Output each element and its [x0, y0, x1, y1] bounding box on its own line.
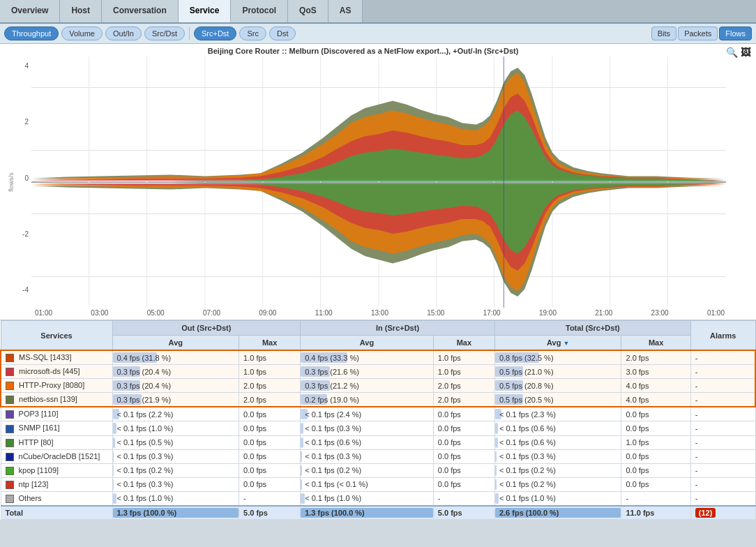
service-name-cell[interactable]: MS-SQL [1433] [1, 350, 112, 365]
tab-conversation[interactable]: Conversation [102, 0, 179, 22]
service-name-cell[interactable]: HTTP [80] [1, 435, 112, 449]
out-avg-cell: < 0.1 fps (1.0 %) [112, 421, 239, 435]
col-in-header: In (Src+Dst) [301, 321, 495, 336]
in-avg-cell: 0.3 fps (21.2 %) [301, 379, 434, 393]
service-color-swatch [6, 425, 14, 433]
btn-flows[interactable]: Flows [719, 27, 752, 40]
col-out-avg: Avg [112, 336, 239, 351]
service-name-cell[interactable]: nCube/OracleDB [1521] [1, 449, 112, 463]
btn-srcdst[interactable]: Src/Dst [144, 27, 185, 40]
tab-service[interactable]: Service [179, 0, 232, 22]
service-name-cell[interactable]: ntp [123] [1, 477, 112, 491]
in-max-cell: 1.0 fps [433, 365, 494, 379]
service-color-swatch [6, 382, 14, 390]
btn-srcdst2[interactable]: Src+Dst [194, 27, 236, 40]
total-avg-value: < 0.1 fps (0.3 %) [499, 452, 556, 460]
out-avg-value: < 0.1 fps (0.3 %) [117, 452, 174, 460]
btn-src[interactable]: Src [239, 27, 266, 40]
service-color-swatch [6, 439, 14, 447]
magnifier-icon[interactable]: 🔍 🖼 [726, 47, 750, 58]
out-max-cell: 1.0 fps [239, 350, 301, 365]
total-total-max-cell: 11.0 fps [621, 506, 690, 520]
service-label: nCube/OracleDB [1521] [19, 452, 100, 460]
tab-qos[interactable]: QoS [288, 0, 328, 22]
btn-throughput[interactable]: Throughput [4, 27, 59, 40]
out-avg-value: 0.3 fps (20.4 %) [117, 382, 172, 390]
out-avg-value: 0.3 fps (20.4 %) [117, 368, 172, 376]
in-avg-cell: < 0.1 fps (< 0.1 %) [301, 477, 434, 491]
chart-container: Beijing Core Router :: Melburn (Discover… [0, 44, 756, 320]
table-row: HTTP [80] < 0.1 fps (0.5 %) 0.0 fps < 0.… [1, 435, 755, 449]
out-avg-value: < 0.1 fps (1.0 %) [117, 424, 174, 433]
total-avg-value: < 0.1 fps (2.3 %) [499, 410, 556, 419]
total-avg-cell: < 0.1 fps (0.2 %) [494, 477, 621, 491]
col-services: Services [1, 321, 112, 351]
service-name-cell[interactable]: HTTP-Proxy [8080] [1, 379, 112, 393]
btn-outin[interactable]: Out/In [105, 27, 142, 40]
alarm-cell: - [690, 421, 755, 435]
total-label: Total [6, 509, 23, 517]
total-out-avg-value: 1.3 fps (100.0 %) [117, 509, 177, 517]
in-avg-value: < 0.1 fps (0.6 %) [305, 438, 361, 447]
service-name-cell[interactable]: SNMP [161] [1, 421, 112, 435]
out-avg-value: < 0.1 fps (0.3 %) [117, 480, 174, 488]
btn-bits[interactable]: Bits [651, 27, 676, 40]
col-total-avg[interactable]: Avg ▼ [494, 336, 621, 351]
service-name-cell[interactable]: netbios-ssn [139] [1, 393, 112, 407]
service-name-cell[interactable]: microsoft-ds [445] [1, 365, 112, 379]
total-max-cell: 4.0 fps [621, 379, 690, 393]
table-row: microsoft-ds [445] 0.3 fps (20.4 %) 1.0 … [1, 365, 755, 379]
table-row: HTTP-Proxy [8080] 0.3 fps (20.4 %) 2.0 f… [1, 379, 755, 393]
tab-overview[interactable]: Overview [0, 0, 60, 22]
in-max-cell: 0.0 fps [433, 477, 494, 491]
in-avg-cell: < 0.1 fps (0.2 %) [301, 463, 434, 477]
x-label-6: 13:00 [371, 309, 388, 317]
alarm-cell: - [690, 393, 755, 407]
x-label-9: 19:00 [539, 309, 557, 317]
in-avg-cell: 0.2 fps (19.0 %) [301, 393, 434, 407]
chart-svg [31, 57, 726, 308]
out-max-cell: 0.0 fps [239, 477, 301, 491]
out-max-cell: 0.0 fps [239, 407, 301, 421]
total-avg-value: 0.5 fps (20.5 %) [499, 396, 554, 404]
out-avg-value: < 0.1 fps (0.2 %) [117, 466, 174, 474]
total-avg-value: < 0.1 fps (1.0 %) [499, 494, 556, 502]
tab-host[interactable]: Host [60, 0, 102, 22]
total-avg-value: < 0.1 fps (0.2 %) [499, 480, 556, 488]
service-label: ntp [123] [19, 480, 49, 488]
total-avg-cell: 0.8 fps (32.5 %) [494, 350, 621, 365]
out-avg-value: 0.3 fps (21.9 %) [117, 396, 172, 404]
x-label-5: 11:00 [315, 309, 333, 317]
alarm-cell: - [690, 477, 755, 491]
service-color-swatch [6, 495, 14, 503]
service-label: Others [19, 494, 42, 502]
total-avg-value: 0.5 fps (21.0 %) [499, 368, 554, 376]
tab-protocol[interactable]: Protocol [231, 0, 288, 22]
in-max-cell: 0.0 fps [433, 407, 494, 421]
btn-volume[interactable]: Volume [61, 27, 103, 40]
total-avg-cell: < 0.1 fps (1.0 %) [494, 491, 621, 506]
out-max-cell: 0.0 fps [239, 463, 301, 477]
in-max-cell: - [433, 491, 494, 506]
in-avg-value: < 0.1 fps (< 0.1 %) [305, 480, 368, 488]
service-color-swatch [6, 354, 14, 362]
out-avg-cell: < 0.1 fps (0.2 %) [112, 463, 239, 477]
service-name-cell[interactable]: kpop [1109] [1, 463, 112, 477]
btn-dst[interactable]: Dst [269, 27, 296, 40]
service-name-cell[interactable]: Others [1, 491, 112, 506]
service-color-swatch [6, 410, 14, 419]
table-row: SNMP [161] < 0.1 fps (1.0 %) 0.0 fps < 0… [1, 421, 755, 435]
tab-as[interactable]: AS [328, 0, 363, 22]
total-out-avg-cell: 1.3 fps (100.0 %) [112, 506, 239, 520]
x-label-4: 09:00 [259, 309, 276, 317]
total-total-avg-value: 2.6 fps (100.0 %) [499, 509, 559, 517]
x-label-0: 01:00 [35, 309, 52, 317]
alarm-badge[interactable]: (12) [695, 508, 716, 518]
data-table-container: Services Out (Src+Dst) In (Src+Dst) Tota… [0, 320, 756, 520]
btn-packets[interactable]: Packets [678, 27, 718, 40]
service-name-cell[interactable]: POP3 [110] [1, 407, 112, 421]
total-avg-cell: < 0.1 fps (0.3 %) [494, 449, 621, 463]
col-in-max: Max [433, 336, 494, 351]
y-axis-2: 2 [3, 118, 29, 126]
total-avg-cell: < 0.1 fps (0.6 %) [494, 421, 621, 435]
